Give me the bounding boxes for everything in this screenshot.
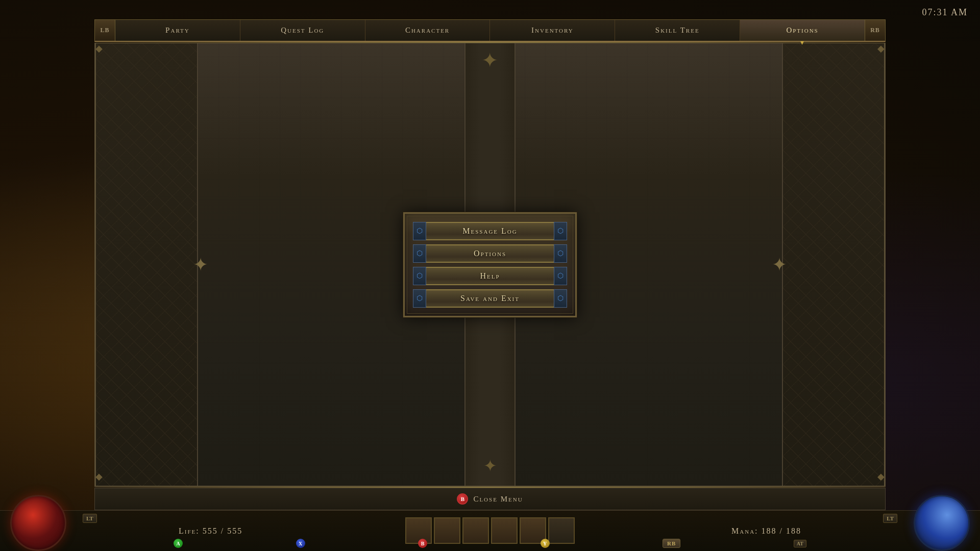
rt-badge: LT — [883, 514, 897, 523]
tab-options[interactable]: Options — [740, 20, 865, 41]
btn-body-4: Save and Exit — [426, 289, 554, 308]
panel-border-top — [94, 42, 886, 43]
b-btn-label: B — [418, 539, 427, 548]
rb-btn-label: RB — [663, 539, 680, 548]
lattice-right — [783, 43, 884, 486]
save-exit-button[interactable]: ⬡ Save and Exit ⬡ — [413, 289, 567, 308]
left-panel — [96, 43, 198, 486]
corner-tr: ◆ — [869, 43, 885, 58]
close-menu-bar: B Close Menu — [94, 488, 886, 510]
rb-badge: RB — [663, 539, 680, 548]
ornament-top — [464, 43, 516, 105]
hud-bottom: Life: 555 / 555 Mana: 188 / 188 A X B — [0, 510, 980, 551]
at-btn-label: AT — [794, 540, 806, 547]
tab-inventory[interactable]: Inventory — [490, 20, 615, 41]
tab-character[interactable]: Character — [365, 20, 491, 41]
close-menu-label: Close Menu — [473, 495, 523, 504]
x-icon: X — [296, 539, 305, 548]
btn-body-1: Message Log — [426, 222, 554, 240]
a-btn-label: A — [174, 539, 183, 548]
help-button[interactable]: ⬡ Help ⬡ — [413, 267, 567, 285]
close-menu-button[interactable]: B Close Menu — [457, 493, 523, 505]
gem-left-1: ⬡ — [413, 222, 426, 240]
mana-orb — [914, 495, 970, 551]
diamond-top — [477, 48, 503, 89]
gem-right-4: ⬡ — [554, 289, 567, 308]
lattice-left — [96, 43, 197, 486]
controller-buttons: A X B Y RB AT — [174, 536, 806, 551]
ornament-left — [193, 254, 208, 276]
btn-body-3: Help — [426, 267, 554, 285]
at-badge: AT — [794, 540, 806, 547]
tab-skilltree[interactable]: Skill Tree — [615, 20, 740, 41]
y-icon: Y — [541, 539, 550, 548]
lb-button[interactable]: LB — [95, 20, 115, 41]
right-panel — [782, 43, 884, 486]
tab-party[interactable]: Party — [115, 20, 240, 41]
life-orb — [10, 495, 66, 551]
corner-br: ◆ — [869, 471, 885, 486]
ornament-right — [772, 254, 787, 276]
nav-bar: LB Party Quest Log Character Inventory S… — [94, 19, 886, 42]
options-dialog: ⬡ Message Log ⬡ ⬡ Options ⬡ ⬡ Help ⬡ ⬡ — [403, 212, 577, 317]
gem-left-4: ⬡ — [413, 289, 426, 308]
rb-button[interactable]: RB — [865, 20, 885, 41]
corner-bl: ◆ — [95, 471, 111, 486]
nav-tabs: Party Quest Log Character Inventory Skil… — [115, 20, 865, 41]
lt-badge: LT — [83, 514, 97, 523]
stone-panel: ⬡ Message Log ⬡ ⬡ Options ⬡ ⬡ Help ⬡ ⬡ — [94, 42, 886, 487]
a-icon: A — [174, 539, 183, 548]
y-btn-label: Y — [541, 539, 550, 548]
btn-body-2: Options — [426, 244, 554, 263]
options-button[interactable]: ⬡ Options ⬡ — [413, 244, 567, 263]
message-log-button[interactable]: ⬡ Message Log ⬡ — [413, 222, 567, 240]
b-icon: B — [457, 493, 468, 505]
b-icon-hud: B — [418, 539, 427, 548]
ornament-bottom — [483, 456, 497, 475]
corner-tl: ◆ — [95, 43, 111, 58]
gem-right-2: ⬡ — [554, 244, 567, 263]
gem-right-1: ⬡ — [554, 222, 567, 240]
tab-questlog[interactable]: Quest Log — [240, 20, 365, 41]
clock: 07:31 AM — [922, 7, 968, 18]
gem-left-2: ⬡ — [413, 244, 426, 263]
gem-left-3: ⬡ — [413, 267, 426, 285]
x-btn-label: X — [296, 539, 305, 548]
gem-right-3: ⬡ — [554, 267, 567, 285]
